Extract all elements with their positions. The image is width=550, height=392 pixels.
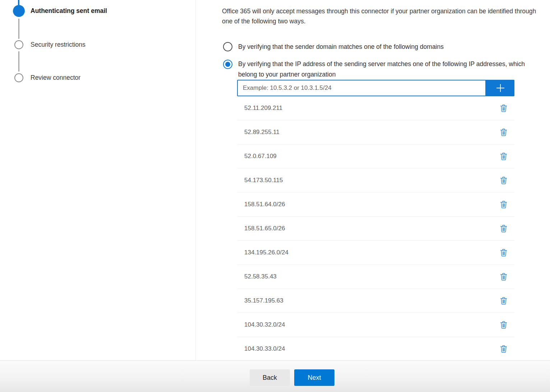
ip-row: 35.157.195.63	[237, 289, 514, 313]
ip-value: 35.157.195.63	[244, 297, 283, 304]
plus-icon	[495, 82, 506, 94]
wizard-stepper: Authenticating sent email Security restr…	[0, 0, 196, 360]
ip-row: 54.173.50.115	[237, 169, 514, 193]
radio-label[interactable]: By verifying that the IP address of the …	[238, 59, 531, 80]
ip-address-input[interactable]	[237, 80, 486, 96]
delete-ip-button[interactable]	[499, 272, 508, 281]
ip-row: 52.0.67.109	[237, 144, 514, 169]
stepper-line-previous	[18, 0, 19, 5]
step-label: Authenticating sent email	[31, 7, 107, 15]
ip-row: 158.51.64.0/26	[237, 193, 514, 217]
step-active-dot	[13, 5, 25, 17]
back-button[interactable]: Back	[250, 369, 290, 386]
step-empty-circle	[14, 73, 23, 82]
ip-value: 134.195.26.0/24	[244, 249, 288, 256]
ip-row: 52.89.255.11	[237, 120, 514, 144]
ip-entry-row	[237, 80, 514, 96]
option-ip-address: By verifying that the IP address of the …	[223, 60, 531, 80]
ip-address-list: 52.11.209.211 52.89.255.11	[237, 96, 514, 361]
delete-ip-button[interactable]	[499, 248, 508, 257]
ip-value: 158.51.65.0/26	[244, 225, 285, 232]
ip-value: 52.89.255.11	[244, 129, 279, 136]
trash-icon	[500, 104, 507, 112]
trash-icon	[500, 321, 507, 329]
delete-ip-button[interactable]	[499, 103, 508, 113]
delete-ip-button[interactable]	[499, 296, 508, 305]
next-button[interactable]: Next	[294, 369, 334, 386]
ip-row: 104.30.33.0/24	[237, 337, 514, 361]
wizard-footer: Back Next	[0, 360, 550, 392]
ip-value: 158.51.64.0/26	[244, 201, 285, 208]
add-ip-button[interactable]	[486, 80, 514, 96]
ip-row: 104.30.32.0/24	[237, 313, 514, 337]
stepper-connector	[18, 51, 19, 72]
connector-wizard-page: Authenticating sent email Security restr…	[0, 0, 550, 392]
intro-text: Office 365 will only accept messages thr…	[222, 6, 547, 26]
delete-ip-button[interactable]	[499, 128, 508, 137]
trash-icon	[500, 200, 507, 208]
trash-icon	[500, 297, 507, 305]
trash-icon	[500, 273, 507, 281]
radio-label[interactable]: By verifying that the sender domain matc…	[238, 42, 511, 52]
step-label: Review connector	[31, 74, 80, 82]
ip-value: 52.0.67.109	[244, 153, 277, 160]
ip-row: 158.51.65.0/26	[237, 217, 514, 241]
trash-icon	[500, 176, 507, 184]
trash-icon	[500, 128, 507, 136]
ip-row: 134.195.26.0/24	[237, 241, 514, 265]
delete-ip-button[interactable]	[499, 152, 508, 161]
trash-icon	[500, 345, 507, 353]
radio-sender-domain[interactable]	[223, 42, 232, 51]
ip-value: 104.30.33.0/24	[244, 345, 285, 352]
delete-ip-button[interactable]	[499, 344, 508, 354]
delete-ip-button[interactable]	[499, 320, 508, 329]
ip-value: 54.173.50.115	[244, 177, 283, 184]
delete-ip-button[interactable]	[499, 176, 508, 185]
ip-value: 104.30.32.0/24	[244, 321, 285, 328]
radio-ip-address[interactable]	[223, 60, 232, 69]
step-label: Security restrictions	[31, 41, 85, 49]
trash-icon	[500, 225, 507, 232]
ip-value: 52.58.35.43	[244, 273, 277, 280]
delete-ip-button[interactable]	[499, 200, 508, 209]
ip-row: 52.11.209.211	[237, 96, 514, 120]
trash-icon	[500, 152, 507, 160]
option-sender-domain: By verifying that the sender domain matc…	[223, 42, 511, 52]
ip-row: 52.58.35.43	[237, 265, 514, 289]
trash-icon	[500, 249, 507, 257]
stepper-connector	[18, 19, 19, 39]
ip-value: 52.11.209.211	[244, 105, 282, 112]
step-empty-circle	[14, 40, 23, 49]
delete-ip-button[interactable]	[499, 224, 508, 233]
